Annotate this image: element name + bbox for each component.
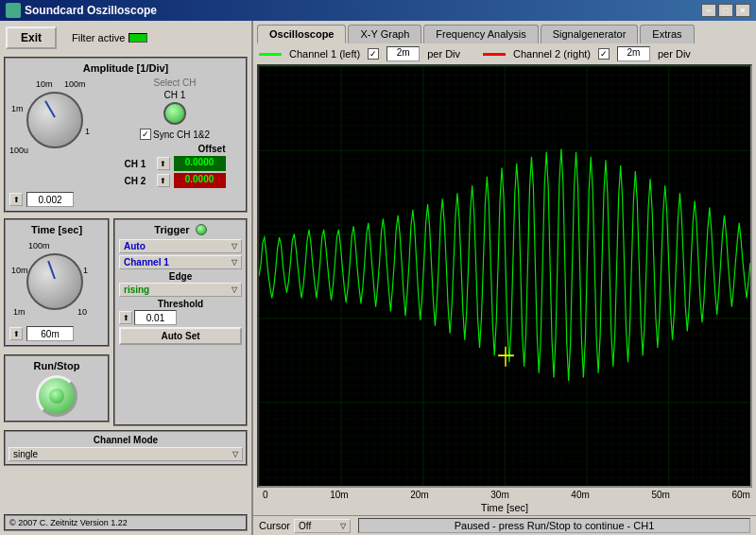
amp-label-10m: 10m — [36, 79, 53, 89]
trigger-channel-row: Channel 1 ▽ — [119, 255, 242, 269]
maximize-button[interactable]: □ — [718, 4, 733, 17]
ch2-offset-value: 0.0000 — [174, 173, 226, 188]
time-knob-area: 100m 10m 1m 1 10 — [9, 239, 104, 324]
amp-spinner[interactable]: ⬆ — [9, 193, 23, 206]
tabs-row: Oscilloscope X-Y Graph Frequency Analysi… — [253, 21, 756, 43]
amplitude-knob[interactable] — [26, 92, 83, 148]
ch1-channel-label: Channel 1 (left) — [289, 48, 360, 60]
amp-label-1: 1 — [85, 127, 90, 136]
sync-checkbox[interactable]: ✓ — [140, 129, 151, 140]
copyright-text: © 2007 C. Zeitnitz Version 1.22 — [9, 518, 128, 527]
sync-label: Sync CH 1&2 — [153, 129, 210, 140]
top-controls: Exit Filter active — [4, 25, 248, 51]
exit-button[interactable]: Exit — [6, 26, 57, 49]
channel-mode-title: Channel Mode — [9, 435, 243, 445]
trigger-mode-arrow: ▽ — [232, 242, 237, 250]
time-knob[interactable] — [26, 253, 83, 310]
amplitude-value: 0.002 — [26, 192, 74, 207]
runstop-title: Run/Stop — [34, 360, 80, 371]
time-label-1m: 1m — [13, 307, 26, 317]
trigger-header: Trigger — [119, 224, 242, 235]
runstop-section: Run/Stop — [4, 354, 110, 423]
edge-label: Edge — [119, 271, 242, 282]
amplitude-bottom: ⬆ 0.002 — [9, 192, 242, 207]
oscilloscope-display — [257, 64, 752, 488]
filter-active-label: Filter active — [72, 32, 125, 43]
threshold-row: ⬆ 0.01 — [119, 310, 242, 325]
right-panel: Oscilloscope X-Y Graph Frequency Analysi… — [253, 21, 756, 535]
trigger-mode-value: Auto — [124, 241, 146, 251]
tab-oscilloscope[interactable]: Oscilloscope — [257, 25, 346, 43]
ch1-checkbox[interactable]: ✓ — [368, 48, 379, 60]
edge-dropdown[interactable]: rising ▽ — [119, 283, 242, 297]
cursor-value: Off — [299, 521, 311, 531]
status-text: Paused - press Run/Stop to continue - CH… — [358, 518, 750, 533]
filter-active-indicator: Filter active — [72, 32, 147, 43]
time-spinner[interactable]: ⬆ — [9, 327, 23, 340]
filter-led — [129, 33, 147, 43]
time-section: Time [sec] 100m 10m 1m 1 10 ⬆ 60m — [4, 218, 110, 347]
tab-frequency-analysis[interactable]: Frequency Analysis — [423, 25, 538, 43]
copyright: © 2007 C. Zeitnitz Version 1.22 — [4, 514, 248, 531]
time-label-60m: 60m — [731, 490, 749, 500]
time-label-30m: 30m — [490, 490, 508, 500]
ch2-offset-spinner[interactable]: ⬆ — [157, 174, 170, 187]
ch2-per-div-label: per Div — [658, 48, 691, 60]
time-label-0: 0 — [263, 490, 268, 500]
tab-signalgenerator[interactable]: Signalgenerator — [541, 25, 639, 43]
ch2-offset-row: CH 2 ⬆ 0.0000 — [125, 173, 226, 188]
trigger-channel-dropdown[interactable]: Channel 1 ▽ — [119, 255, 242, 269]
threshold-spinner[interactable]: ⬆ — [119, 311, 132, 324]
time-bottom: ⬆ 60m — [9, 326, 104, 341]
channel-row: Channel 1 (left) ✓ 2m per Div Channel 2 … — [253, 43, 756, 64]
cursor-arrow: ▽ — [340, 522, 346, 530]
trigger-mode-row: Auto ▽ — [119, 239, 242, 253]
ch2-per-div-input[interactable]: 2m — [617, 46, 650, 61]
select-ch-area: Select CH CH 1 ✓ Sync CH 1&2 Offset CH 1… — [108, 78, 242, 190]
knob-indicator — [44, 100, 56, 117]
auto-set-button[interactable]: Auto Set — [119, 327, 242, 345]
minimize-button[interactable]: − — [701, 4, 716, 17]
trigger-channel-arrow: ▽ — [232, 258, 237, 267]
ch1-offset-spinner[interactable]: ⬆ — [157, 157, 170, 170]
channel-mode-value: single — [13, 449, 38, 459]
cursor-dropdown[interactable]: Off ▽ — [294, 519, 351, 533]
ch1-per-div-input[interactable]: 2m — [387, 46, 420, 61]
time-label-100m: 100m — [28, 241, 50, 250]
amplitude-title: Amplitude [1/Div] — [9, 62, 242, 74]
ch1-per-div-label: per Div — [427, 48, 460, 60]
threshold-value: 0.01 — [134, 310, 177, 325]
tab-xy-graph[interactable]: X-Y Graph — [348, 25, 421, 43]
offset-area: Offset CH 1 ⬆ 0.0000 CH 2 ⬆ 0.0000 — [125, 144, 226, 190]
edge-value: rising — [124, 285, 149, 295]
main-container: Exit Filter active Amplitude [1/Div] 10m… — [0, 21, 756, 535]
channel-mode-dropdown[interactable]: single ▽ — [9, 447, 243, 461]
ch2-offset-label: CH 2 — [125, 176, 153, 186]
trigger-mode-dropdown[interactable]: Auto ▽ — [119, 239, 242, 253]
close-button[interactable]: × — [735, 4, 750, 17]
runstop-button[interactable] — [36, 375, 77, 417]
ch1-offset-label: CH 1 — [125, 159, 153, 169]
trigger-title: Trigger — [154, 224, 189, 235]
title-bar-text: Soundcard Oszilloscope — [25, 4, 157, 17]
time-label-40m: 40m — [571, 490, 589, 500]
sync-checkbox-row: ✓ Sync CH 1&2 — [140, 129, 210, 140]
time-label-20m: 20m — [410, 490, 428, 500]
ch1-label: CH 1 — [164, 90, 186, 100]
edge-arrow: ▽ — [232, 285, 237, 294]
status-bar: Cursor Off ▽ Paused - press Run/Stop to … — [253, 515, 756, 535]
ch2-checkbox[interactable]: ✓ — [598, 48, 610, 60]
ch1-offset-value: 0.0000 — [174, 156, 226, 171]
amp-label-1m: 1m — [11, 104, 24, 113]
trigger-section: Trigger Auto ▽ Channel 1 ▽ Edge — [113, 218, 248, 426]
amp-label-100m: 100m — [64, 79, 86, 89]
time-labels: 0 10m 20m 30m 40m 50m 60m — [261, 490, 752, 500]
channel-mode-arrow: ▽ — [232, 450, 238, 458]
ch2-channel-label: Channel 2 (right) — [513, 48, 591, 60]
time-value: 60m — [26, 326, 74, 341]
time-knob-indicator — [47, 261, 56, 279]
tab-extras[interactable]: Extras — [640, 25, 694, 43]
cursor-section: Cursor Off ▽ — [259, 519, 351, 533]
amplitude-controls: 10m 100m 1m 100u 1 Select CH CH 1 ✓ — [9, 78, 242, 190]
time-label-50m: 50m — [651, 490, 669, 500]
